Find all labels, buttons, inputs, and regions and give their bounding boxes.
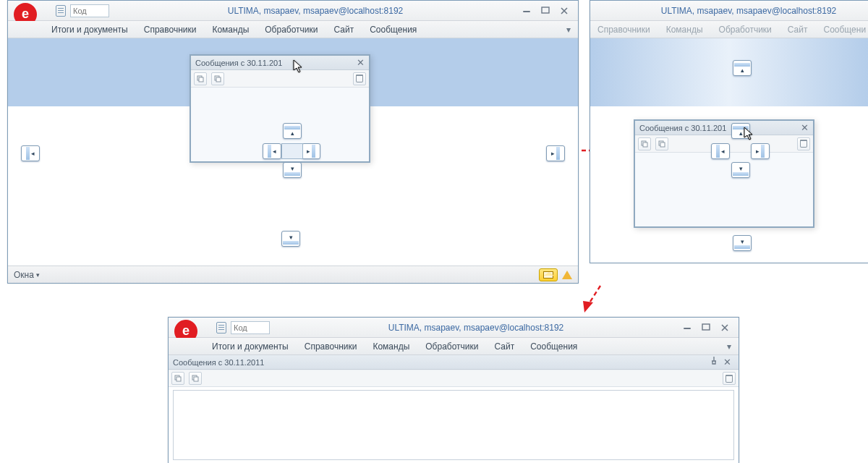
panel-close-icon[interactable]: ✕ bbox=[801, 122, 809, 133]
titlebar: e ULTIMA, msapaev, msapaev@localhost:819… bbox=[169, 318, 739, 338]
panel-close-icon[interactable]: ✕ bbox=[357, 57, 365, 68]
floating-panel[interactable]: Сообщения с 30.11.201 ✕ bbox=[634, 119, 814, 228]
copy-icon[interactable] bbox=[171, 372, 184, 385]
docked-panel-body bbox=[173, 390, 734, 460]
menu-obrabotchiki[interactable]: Обработчики bbox=[425, 341, 478, 352]
titlebar: e ULTIMA, msapaev, msapaev@localhost:819… bbox=[8, 1, 578, 21]
menu-soobshcheniya[interactable]: Сообщения bbox=[370, 25, 417, 35]
copy-icon-2[interactable] bbox=[655, 137, 668, 150]
menu-komandy[interactable]: Команды bbox=[212, 25, 249, 35]
maximize-button[interactable] bbox=[701, 323, 711, 333]
svg-rect-8 bbox=[643, 143, 647, 147]
windows-menu[interactable]: Окна▾ bbox=[14, 270, 40, 280]
window-title: ULTIMA, msapaev, msapaev@localhost:8192 bbox=[634, 6, 864, 16]
dock-guide-compass-right[interactable]: ▸ bbox=[751, 143, 770, 159]
panel-toolbar bbox=[191, 70, 369, 88]
menu-komandy[interactable]: Команды bbox=[373, 341, 409, 352]
menu-obrabotchiki[interactable]: Обработчики bbox=[265, 25, 318, 35]
chevron-down-icon[interactable]: ▾ bbox=[566, 25, 571, 35]
mail-button[interactable] bbox=[539, 268, 558, 281]
menu-obrabotchiki[interactable]: Обработчики bbox=[719, 25, 772, 35]
menu-sajt[interactable]: Сайт bbox=[788, 25, 808, 35]
dock-guide-bottom-edge[interactable]: ▾ bbox=[733, 235, 752, 251]
copy-icon-2[interactable] bbox=[189, 372, 202, 385]
mouse-cursor-2 bbox=[744, 127, 754, 141]
docked-panel-header[interactable]: Сообщения с 30.11.2011 ✕ bbox=[169, 355, 739, 370]
svg-rect-13 bbox=[702, 324, 710, 330]
dock-guide-bottom-edge[interactable]: ▾ bbox=[281, 231, 300, 247]
menu-soobshcheniya[interactable]: Сообщени bbox=[823, 25, 866, 35]
minimize-button[interactable] bbox=[522, 6, 532, 16]
menu-spravochniki[interactable]: Справочники bbox=[144, 25, 197, 35]
svg-rect-3 bbox=[199, 77, 203, 82]
workspace: ▴ Сообщения с 30.11.201 ✕ ▴ ▾ ◂ ▸ ▾ bbox=[590, 38, 868, 263]
dock-guide-left-edge[interactable]: ◂ bbox=[21, 145, 40, 161]
copy-icon[interactable] bbox=[194, 72, 207, 85]
panel-title[interactable]: Сообщения с 30.11.201 ✕ bbox=[191, 56, 369, 70]
menubar: Итоги и документы Справочники Команды Об… bbox=[8, 21, 578, 38]
close-button[interactable] bbox=[720, 323, 730, 333]
window-title: ULTIMA, msapaev, msapaev@localhost:8192 bbox=[274, 323, 678, 333]
app-window-1: e ULTIMA, msapaev, msapaev@localhost:819… bbox=[7, 0, 579, 284]
chevron-down-icon[interactable]: ▾ bbox=[727, 341, 731, 352]
svg-rect-5 bbox=[216, 77, 221, 82]
svg-rect-12 bbox=[684, 328, 691, 329]
copy-icon-2[interactable] bbox=[211, 72, 224, 85]
dock-guide-compass-left[interactable]: ◂ bbox=[263, 143, 281, 159]
menu-soobshcheniya[interactable]: Сообщения bbox=[530, 341, 577, 352]
pin-icon[interactable] bbox=[707, 357, 720, 368]
delete-icon[interactable] bbox=[723, 372, 736, 385]
statusbar: Окна▾ bbox=[8, 266, 578, 283]
app-window-3: e ULTIMA, msapaev, msapaev@localhost:819… bbox=[168, 317, 739, 463]
panel-title-text: Сообщения с 30.11.201 bbox=[639, 124, 726, 132]
svg-rect-15 bbox=[176, 377, 181, 381]
doc-icon[interactable] bbox=[216, 322, 226, 334]
menu-itogi[interactable]: Итоги и документы bbox=[51, 25, 128, 35]
docked-panel-toolbar bbox=[169, 370, 739, 387]
svg-rect-17 bbox=[194, 377, 198, 381]
panel-title[interactable]: Сообщения с 30.11.201 ✕ bbox=[635, 121, 813, 135]
doc-icon[interactable] bbox=[56, 5, 66, 17]
titlebar: ULTIMA, msapaev, msapaev@localhost:8192 bbox=[590, 1, 868, 21]
menu-spravochniki[interactable]: Справочники bbox=[597, 25, 650, 35]
menu-spravochniki[interactable]: Справочники bbox=[305, 341, 357, 352]
svg-line-11 bbox=[589, 286, 600, 304]
svg-rect-0 bbox=[523, 11, 530, 12]
dock-guide-compass-bottom[interactable]: ▾ bbox=[283, 162, 302, 178]
dock-guide-right-edge[interactable]: ▸ bbox=[546, 145, 565, 161]
red-arrow-2 bbox=[579, 282, 608, 317]
envelope-icon bbox=[543, 271, 553, 279]
maximize-button[interactable] bbox=[540, 6, 550, 16]
delete-icon[interactable] bbox=[353, 72, 366, 85]
window-title: ULTIMA, msapaev, msapaev@localhost:8192 bbox=[114, 6, 517, 16]
menubar: Справочники Команды Обработчики Сайт Соо… bbox=[590, 21, 868, 38]
minimize-button[interactable] bbox=[682, 323, 692, 333]
menu-sajt[interactable]: Сайт bbox=[495, 341, 515, 352]
code-input[interactable] bbox=[70, 4, 109, 17]
delete-icon[interactable] bbox=[797, 137, 810, 150]
menubar: Итоги и документы Справочники Команды Об… bbox=[169, 338, 739, 355]
warning-icon[interactable] bbox=[562, 271, 572, 279]
code-input[interactable] bbox=[231, 321, 270, 334]
docked-panel-title: Сообщения с 30.11.2011 bbox=[173, 358, 264, 367]
dock-guide-compass-left[interactable]: ◂ bbox=[711, 143, 730, 159]
close-button[interactable] bbox=[559, 6, 569, 16]
svg-rect-10 bbox=[660, 143, 665, 147]
menu-komandy[interactable]: Команды bbox=[666, 25, 703, 35]
dock-guide-top[interactable]: ▴ bbox=[283, 123, 302, 139]
menu-itogi[interactable]: Итоги и документы bbox=[212, 341, 289, 352]
dock-guide-compass-bottom[interactable]: ▾ bbox=[731, 162, 750, 178]
dock-guide-center[interactable] bbox=[281, 143, 303, 159]
mouse-cursor-1 bbox=[293, 59, 303, 74]
panel-close-icon[interactable]: ✕ bbox=[720, 357, 734, 368]
menu-sajt[interactable]: Сайт bbox=[334, 25, 354, 35]
panel-title-text: Сообщения с 30.11.201 bbox=[195, 59, 282, 67]
dock-guide-compass-right[interactable]: ▸ bbox=[302, 143, 320, 159]
dock-highlight-top bbox=[590, 38, 868, 106]
copy-icon[interactable] bbox=[638, 137, 651, 150]
svg-rect-1 bbox=[542, 7, 549, 13]
dock-guide-top-edge[interactable]: ▴ bbox=[733, 60, 752, 76]
app-window-2: ULTIMA, msapaev, msapaev@localhost:8192 … bbox=[590, 0, 868, 263]
